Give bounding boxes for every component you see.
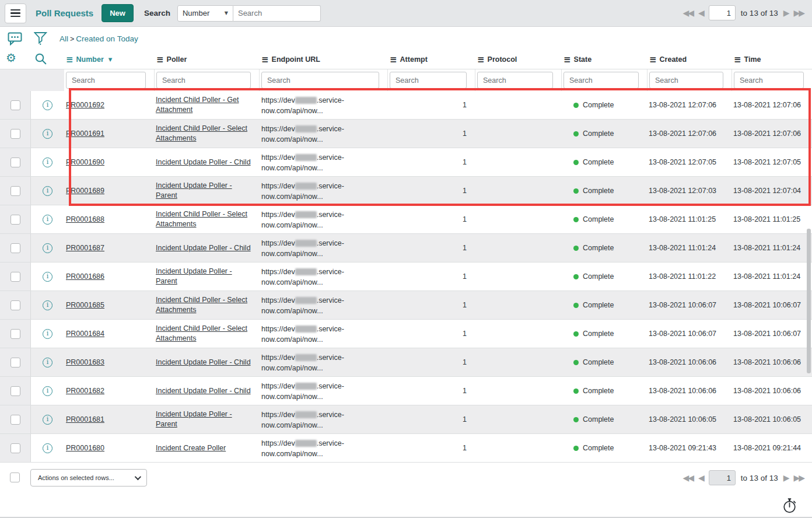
- page-title[interactable]: Poll Requests: [36, 8, 93, 18]
- column-menu-icon[interactable]: ≡: [156, 55, 164, 64]
- filter-input-poller[interactable]: [156, 72, 251, 89]
- page-number-input[interactable]: [709, 5, 736, 20]
- record-number-link[interactable]: PR0001680: [66, 444, 104, 452]
- column-menu-icon[interactable]: ≡: [477, 55, 485, 64]
- column-header-attempt[interactable]: ≡ Attempt: [388, 50, 475, 69]
- column-header-poller[interactable]: ≡ Poller: [155, 50, 260, 69]
- row-checkbox[interactable]: [10, 215, 20, 225]
- created-cell: 13-08-2021 10:06:07: [648, 291, 732, 319]
- previous-page-icon[interactable]: ◀: [698, 9, 704, 17]
- record-preview-info-icon[interactable]: i: [43, 158, 52, 167]
- column-menu-icon[interactable]: ≡: [564, 55, 571, 64]
- column-header-number[interactable]: ≡ Number ▼: [64, 50, 155, 69]
- row-checkbox[interactable]: [10, 158, 20, 167]
- poller-link[interactable]: Incident Update Poller - Parent: [156, 267, 254, 286]
- context-menu-icon[interactable]: [5, 4, 26, 23]
- column-menu-icon[interactable]: ≡: [261, 55, 269, 64]
- previous-page-icon[interactable]: ◀: [698, 474, 704, 482]
- row-checkbox[interactable]: [10, 329, 20, 339]
- row-checkbox[interactable]: [10, 443, 20, 453]
- row-checkbox[interactable]: [10, 186, 20, 196]
- vertical-scrollbar[interactable]: [807, 229, 811, 373]
- column-menu-icon[interactable]: ≡: [390, 55, 397, 64]
- poller-link[interactable]: Incident Create Poller: [156, 443, 226, 453]
- column-header-time[interactable]: ≡ Time: [732, 50, 812, 69]
- row-checkbox[interactable]: [10, 415, 20, 425]
- filter-input-attempt[interactable]: [390, 72, 467, 89]
- new-button[interactable]: New: [102, 4, 134, 22]
- column-menu-icon[interactable]: ≡: [66, 55, 74, 64]
- poller-link[interactable]: Incident Update Poller - Parent: [156, 181, 254, 201]
- actions-on-selected-rows-select[interactable]: Actions on selected rows...: [30, 469, 147, 487]
- select-all-checkbox[interactable]: [10, 473, 20, 482]
- last-page-icon[interactable]: ▶▶: [793, 9, 804, 17]
- record-number-link[interactable]: PR0001688: [66, 215, 104, 223]
- filter-input-number[interactable]: [66, 72, 146, 89]
- record-number-link[interactable]: PR0001682: [66, 387, 104, 395]
- response-time-timer-icon[interactable]: [782, 497, 798, 516]
- record-number-link[interactable]: PR0001689: [66, 187, 104, 195]
- row-checkbox[interactable]: [10, 300, 20, 310]
- row-checkbox[interactable]: [10, 129, 20, 139]
- record-number-link[interactable]: PR0001683: [66, 358, 104, 366]
- record-preview-info-icon[interactable]: i: [43, 358, 52, 368]
- poller-link[interactable]: Incident Child Poller - Select Attachmen…: [156, 324, 254, 344]
- record-number-link[interactable]: PR0001691: [66, 130, 104, 138]
- record-preview-info-icon[interactable]: i: [43, 129, 52, 139]
- last-page-icon[interactable]: ▶▶: [793, 474, 804, 482]
- record-preview-info-icon[interactable]: i: [43, 329, 52, 339]
- breadcrumb-filter-link[interactable]: Created on Today: [76, 34, 138, 43]
- filter-input-state[interactable]: [564, 72, 639, 89]
- poller-link[interactable]: Incident Update Poller - Child: [156, 158, 251, 167]
- first-page-icon[interactable]: ◀◀: [683, 474, 694, 482]
- record-preview-info-icon[interactable]: i: [43, 272, 52, 282]
- record-preview-info-icon[interactable]: i: [43, 443, 52, 453]
- filter-input-endpoint-url[interactable]: [261, 72, 379, 89]
- column-header-state[interactable]: ≡ State: [562, 50, 648, 69]
- record-number-link[interactable]: PR0001684: [66, 330, 104, 338]
- record-number-link[interactable]: PR0001686: [66, 272, 104, 281]
- row-checkbox[interactable]: [10, 100, 20, 110]
- record-number-link[interactable]: PR0001692: [66, 101, 104, 109]
- record-preview-info-icon[interactable]: i: [43, 243, 52, 253]
- record-number-link[interactable]: PR0001681: [66, 415, 104, 424]
- row-checkbox[interactable]: [10, 358, 20, 368]
- poller-link[interactable]: Incident Child Poller - Get Attachment: [156, 95, 254, 115]
- first-page-icon[interactable]: ◀◀: [683, 9, 694, 17]
- row-checkbox[interactable]: [10, 272, 20, 282]
- header-search-input[interactable]: [233, 5, 321, 22]
- filter-input-protocol[interactable]: [477, 72, 553, 89]
- record-number-link[interactable]: PR0001685: [66, 301, 104, 309]
- activity-stream-icon[interactable]: [8, 32, 22, 46]
- page-number-input[interactable]: [709, 470, 736, 485]
- filter-input-time[interactable]: [734, 72, 804, 89]
- filter-input-created[interactable]: [649, 72, 723, 89]
- next-page-icon[interactable]: ▶: [783, 9, 789, 17]
- filter-icon[interactable]: [34, 32, 47, 46]
- row-checkbox[interactable]: [10, 243, 20, 253]
- column-header-protocol[interactable]: ≡ Protocol: [475, 50, 562, 69]
- record-preview-info-icon[interactable]: i: [43, 415, 52, 425]
- record-number-link[interactable]: PR0001690: [66, 158, 104, 166]
- column-header-endpoint-url[interactable]: ≡ Endpoint URL: [260, 50, 388, 69]
- record-preview-info-icon[interactable]: i: [43, 300, 52, 310]
- poller-link[interactable]: Incident Update Poller - Child: [156, 243, 251, 253]
- poller-link[interactable]: Incident Update Poller - Parent: [156, 410, 254, 429]
- poller-link[interactable]: Incident Child Poller - Select Attachmen…: [156, 124, 254, 144]
- next-page-icon[interactable]: ▶: [783, 474, 789, 482]
- poller-link[interactable]: Incident Update Poller - Child: [156, 358, 251, 368]
- column-header-created[interactable]: ≡ Created: [648, 50, 732, 69]
- record-number-link[interactable]: PR0001687: [66, 244, 104, 252]
- breadcrumb-all-link[interactable]: All: [60, 34, 68, 43]
- row-checkbox[interactable]: [10, 386, 20, 396]
- column-menu-icon[interactable]: ≡: [734, 55, 741, 64]
- record-preview-info-icon[interactable]: i: [43, 186, 52, 196]
- record-preview-info-icon[interactable]: i: [43, 386, 52, 396]
- record-preview-info-icon[interactable]: i: [43, 100, 52, 110]
- record-preview-info-icon[interactable]: i: [43, 215, 52, 225]
- poller-link[interactable]: Incident Update Poller - Child: [156, 386, 251, 396]
- search-field-select[interactable]: Number ▼: [177, 5, 233, 22]
- poller-link[interactable]: Incident Child Poller - Select Attachmen…: [156, 295, 254, 315]
- poller-link[interactable]: Incident Child Poller - Select Attachmen…: [156, 209, 254, 229]
- column-menu-icon[interactable]: ≡: [649, 55, 657, 64]
